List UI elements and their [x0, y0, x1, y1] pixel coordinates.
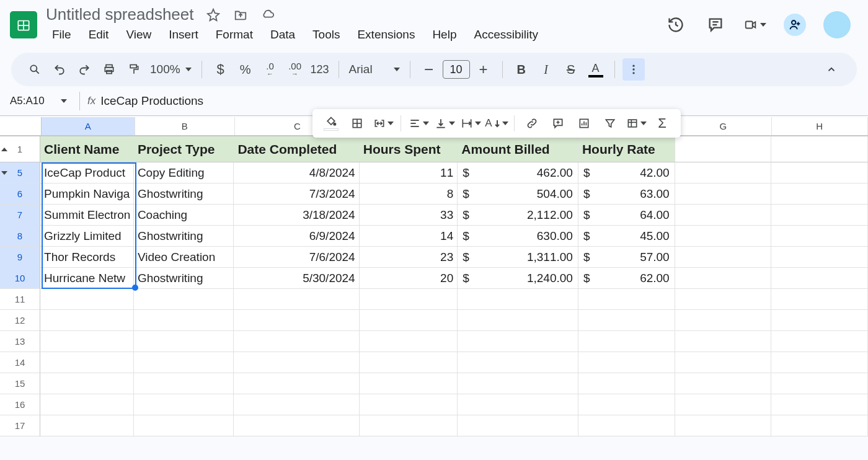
increase-font-icon[interactable]: +: [472, 58, 495, 81]
cell[interactable]: [675, 352, 772, 373]
cell[interactable]: [40, 373, 134, 394]
account-avatar[interactable]: [823, 11, 851, 38]
doc-title[interactable]: Untitled spreadsheet: [42, 5, 197, 24]
header-empty-h[interactable]: [771, 136, 868, 162]
row-header[interactable]: 11: [0, 289, 40, 310]
row-header[interactable]: 10: [0, 268, 40, 289]
row-header[interactable]: 9: [0, 247, 40, 268]
cell-date[interactable]: 7/3/2024: [234, 184, 359, 205]
cell-client[interactable]: Summit Electron: [40, 205, 134, 226]
cell-project[interactable]: Copy Editing: [134, 162, 234, 184]
cell-empty[interactable]: [675, 162, 772, 184]
row-header[interactable]: 6: [0, 184, 40, 205]
menu-view[interactable]: View: [118, 25, 159, 44]
menu-data[interactable]: Data: [263, 25, 303, 44]
cell-client[interactable]: IceCap Product: [40, 162, 134, 184]
more-options-icon[interactable]: [622, 58, 645, 81]
decrease-decimal-icon[interactable]: .0←: [259, 58, 281, 81]
cell[interactable]: [234, 331, 359, 352]
cell[interactable]: [578, 373, 675, 394]
col-header-g[interactable]: G: [675, 117, 771, 135]
cell[interactable]: [771, 394, 868, 415]
increase-decimal-icon[interactable]: .00→: [284, 58, 306, 81]
link-icon[interactable]: [520, 112, 544, 135]
cell[interactable]: [360, 394, 458, 415]
col-header-b[interactable]: B: [135, 117, 235, 135]
cell[interactable]: [771, 415, 868, 436]
cell[interactable]: [675, 373, 772, 394]
cell-empty[interactable]: [771, 162, 868, 184]
cell[interactable]: [458, 289, 578, 310]
row-group-expand-icon[interactable]: [1, 148, 7, 151]
cell[interactable]: [675, 331, 772, 352]
insert-chart-icon[interactable]: [572, 112, 596, 135]
italic-icon[interactable]: I: [535, 58, 557, 81]
cell[interactable]: [771, 352, 868, 373]
cell[interactable]: [134, 331, 234, 352]
history-icon[interactable]: [665, 14, 687, 36]
select-all-corner[interactable]: [0, 117, 42, 136]
cell-amount[interactable]: $2,112.00: [458, 205, 578, 226]
functions-icon[interactable]: Σ: [650, 112, 675, 135]
menu-extensions[interactable]: Extensions: [350, 25, 422, 44]
cell-empty[interactable]: [675, 247, 772, 268]
spreadsheet-grid[interactable]: A B C D E F G H 1 Client Name Project Ty…: [0, 117, 868, 436]
move-icon[interactable]: [232, 6, 249, 24]
col-header-a[interactable]: A: [42, 117, 135, 135]
cell-empty[interactable]: [675, 226, 772, 247]
cell[interactable]: [578, 352, 675, 373]
menu-edit[interactable]: Edit: [81, 25, 117, 44]
cell-empty[interactable]: [771, 268, 868, 289]
star-icon[interactable]: [205, 6, 222, 24]
cell-rate[interactable]: $57.00: [578, 247, 675, 268]
cell[interactable]: [675, 415, 772, 436]
row-header[interactable]: 12: [0, 310, 40, 331]
row-header[interactable]: 8: [0, 226, 40, 247]
font-size-input[interactable]: 10: [443, 60, 470, 79]
menu-file[interactable]: File: [45, 25, 79, 44]
table-view-icon[interactable]: [624, 112, 649, 135]
cell[interactable]: [234, 310, 359, 331]
cell-date[interactable]: 7/6/2024: [234, 247, 359, 268]
cell-empty[interactable]: [771, 247, 868, 268]
cell[interactable]: [134, 310, 234, 331]
cell[interactable]: [40, 352, 134, 373]
bold-icon[interactable]: B: [510, 58, 533, 81]
cell[interactable]: [40, 289, 134, 310]
zoom-dropdown[interactable]: 100%: [148, 63, 194, 76]
cell-hours[interactable]: 8: [360, 184, 458, 205]
undo-icon[interactable]: [48, 58, 71, 81]
row-header[interactable]: 7: [0, 205, 40, 226]
cell-date[interactable]: 3/18/2024: [234, 205, 359, 226]
fill-color-icon[interactable]: [319, 112, 343, 135]
cell[interactable]: [578, 310, 675, 331]
cell[interactable]: [360, 415, 458, 436]
row-header[interactable]: 14: [0, 352, 40, 373]
cell[interactable]: [40, 310, 134, 331]
cell[interactable]: [40, 394, 134, 415]
font-dropdown[interactable]: Arial: [347, 63, 402, 76]
sheets-logo[interactable]: [10, 11, 37, 38]
cell-client[interactable]: Grizzly Limited: [40, 226, 134, 247]
text-rotation-icon[interactable]: A: [484, 112, 509, 135]
cell-empty[interactable]: [675, 268, 772, 289]
row-header[interactable]: 15: [0, 373, 40, 394]
cell[interactable]: [578, 394, 675, 415]
cell-hours[interactable]: 33: [360, 205, 458, 226]
cell-rate[interactable]: $63.00: [578, 184, 675, 205]
cell[interactable]: [675, 394, 772, 415]
paint-format-icon[interactable]: [123, 58, 145, 81]
cell[interactable]: [40, 331, 134, 352]
cell-hours[interactable]: 23: [360, 247, 458, 268]
borders-icon[interactable]: [345, 112, 370, 135]
cell-client[interactable]: Thor Records: [40, 247, 134, 268]
cell-date[interactable]: 5/30/2024: [234, 268, 359, 289]
cell[interactable]: [360, 310, 458, 331]
cell-rate[interactable]: $45.00: [578, 226, 675, 247]
cell[interactable]: [234, 352, 359, 373]
decrease-font-icon[interactable]: −: [418, 58, 440, 81]
menu-help[interactable]: Help: [425, 25, 464, 44]
currency-icon[interactable]: $: [210, 58, 232, 81]
share-button[interactable]: [784, 14, 806, 36]
row-header-1[interactable]: 1: [0, 136, 40, 162]
